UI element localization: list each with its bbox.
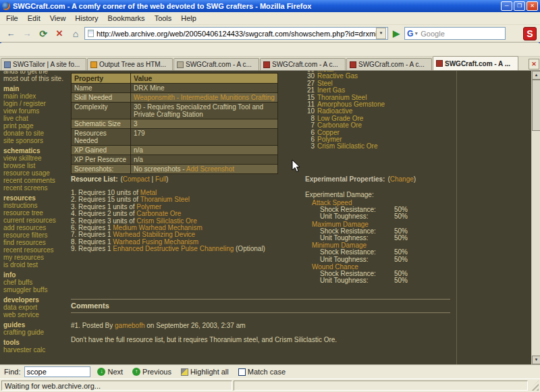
find-previous-button[interactable]: ↑Previous: [130, 367, 174, 376]
sidebar-item[interactable]: instructions: [3, 202, 69, 209]
sidebar-item[interactable]: main index: [3, 92, 69, 100]
sidebar-item[interactable]: recent screens: [3, 184, 69, 192]
stop-button[interactable]: ✕: [52, 27, 67, 40]
resource-item-link[interactable]: Warhead Stabilizing Device: [113, 231, 195, 238]
tab[interactable]: SWGCraft.com - A ...: [433, 56, 518, 70]
sidebar-item[interactable]: view forums: [3, 107, 69, 115]
resource-total-link[interactable]: Polymer: [317, 136, 342, 143]
match-case-checkbox[interactable]: Match case: [236, 367, 288, 376]
compact-link[interactable]: Compact: [123, 175, 150, 183]
menu-item[interactable]: Edit: [23, 13, 45, 24]
reload-button[interactable]: ⟳: [36, 27, 51, 40]
resource-total-link[interactable]: Steel: [317, 80, 333, 87]
resource-total-link[interactable]: Copper: [317, 129, 340, 136]
url-dropdown-icon[interactable]: ▼: [376, 28, 386, 39]
find-label: Find:: [4, 368, 20, 376]
resource-total-link[interactable]: Low Grade Ore: [317, 115, 363, 122]
menu-item[interactable]: Tools: [150, 13, 177, 24]
tab[interactable]: SWGCraft.com - A c...: [173, 58, 259, 70]
search-engine-dropdown-icon[interactable]: ▼: [414, 31, 418, 36]
sidebar-item[interactable]: live chat: [3, 115, 69, 122]
maximize-button[interactable]: ❒: [514, 1, 525, 11]
resource-item-link[interactable]: Crism Siliclastic Ore: [136, 217, 196, 225]
home-button[interactable]: ⌂: [68, 27, 83, 40]
sidebar-item[interactable]: harvester calc: [3, 346, 69, 354]
value-link[interactable]: Weaponsmith - Intermediate Munitions Cra…: [134, 94, 275, 101]
sidebar-item[interactable]: recent resources: [3, 246, 69, 254]
scroll-down-icon[interactable]: ▼: [532, 356, 540, 364]
sidebar-item[interactable]: add resources: [3, 224, 69, 231]
forward-button[interactable]: →: [20, 27, 34, 40]
scroll-up-icon[interactable]: ▲: [532, 71, 540, 80]
go-button[interactable]: ▶: [389, 27, 403, 40]
sidebar-item[interactable]: is droid test: [3, 261, 69, 269]
sidebar-item[interactable]: login / register: [3, 100, 69, 107]
tab-favicon: [263, 61, 270, 68]
sidebar-item[interactable]: web service: [3, 311, 69, 318]
scrollbar-thumb[interactable]: [532, 80, 540, 131]
back-button[interactable]: ←: [3, 27, 18, 40]
minimize-button[interactable]: ─: [501, 1, 512, 11]
tab[interactable]: Output Tree as HTM...: [87, 58, 173, 70]
sidebar-item[interactable]: resource tree: [3, 209, 69, 217]
value-link[interactable]: Add Screenshot: [186, 165, 234, 173]
s-extension-icon[interactable]: S: [523, 27, 537, 40]
sidebar-item-label: view skilltree: [3, 155, 42, 162]
menu-item[interactable]: Bookmarks: [103, 13, 150, 24]
comment-author-link[interactable]: gamebofh: [115, 322, 144, 329]
resource-item-link[interactable]: Enhanced Destructive Pulse Channeling: [113, 245, 234, 252]
url-input[interactable]: [97, 30, 376, 38]
value-cell: No screenshots - Add Screenshot: [131, 165, 278, 174]
sidebar-item[interactable]: browse list: [3, 162, 69, 169]
sidebar-item[interactable]: view skilltree: [3, 155, 69, 162]
sidebar-item[interactable]: resource usage: [3, 169, 69, 177]
menu-item[interactable]: History: [70, 13, 103, 24]
sidebar-item[interactable]: recent comments: [3, 177, 69, 184]
find-input[interactable]: [24, 366, 90, 377]
sidebar-item[interactable]: print page: [3, 122, 69, 130]
sidebar-item[interactable]: smuggler buffs: [3, 286, 69, 293]
change-link[interactable]: Change: [390, 175, 414, 183]
sidebar-item[interactable]: site sponsors: [3, 137, 69, 144]
checkbox-icon[interactable]: [238, 368, 246, 376]
menu-item[interactable]: View: [45, 13, 71, 24]
resource-item-link[interactable]: Polymer: [136, 203, 161, 211]
sidebar-item[interactable]: data export: [3, 304, 69, 311]
resource-item-link[interactable]: Thoranium Steel: [140, 196, 190, 203]
firefox-icon: [2, 2, 10, 10]
menu-item[interactable]: File: [1, 13, 23, 24]
tab[interactable]: SWGCraft.com - A c...: [346, 58, 432, 70]
close-button[interactable]: ✕: [526, 1, 538, 11]
sidebar-item[interactable]: donate to site: [3, 130, 69, 137]
sidebar-item[interactable]: chef buffs: [3, 279, 69, 286]
resource-total-link[interactable]: Inert Gas: [317, 86, 345, 94]
resource-item-link[interactable]: Carbonate Ore: [136, 210, 181, 217]
resource-total-link[interactable]: Radioactive: [317, 107, 352, 115]
tab[interactable]: SWGCraft.com - A c...: [260, 58, 346, 70]
full-link[interactable]: Full: [155, 175, 166, 183]
resource-total-link[interactable]: Crism Siliclastic Ore: [317, 142, 377, 150]
sidebar-item[interactable]: resource filters: [3, 231, 69, 239]
tab-close-button[interactable]: ✕: [529, 59, 539, 69]
resource-total-link[interactable]: Amorphous Gemstone: [317, 101, 385, 108]
sidebar-item[interactable]: find resources: [3, 239, 69, 246]
url-bar[interactable]: ▼: [84, 27, 388, 40]
search-input[interactable]: [421, 30, 516, 38]
resource-total-link[interactable]: Thoranium Steel: [317, 94, 367, 101]
sidebar-item[interactable]: current resources: [3, 217, 69, 224]
resource-total-link[interactable]: Carbonate Ore: [317, 121, 362, 129]
resource-total-link[interactable]: Reactive Gas: [317, 72, 358, 80]
resource-item-link[interactable]: Warhead Fusing Mechanism: [113, 238, 198, 246]
highlight-all-button[interactable]: Highlight all: [178, 367, 232, 376]
tab[interactable]: SWGTailor | A site fo...: [1, 58, 86, 70]
sidebar-item[interactable]: my resources: [3, 254, 69, 261]
sidebar-item[interactable]: crafting guide: [3, 329, 69, 336]
resource-total-count: 3: [305, 143, 315, 150]
resource-item-link[interactable]: Metal: [140, 189, 157, 196]
menu-item[interactable]: Help: [176, 13, 201, 24]
find-next-button[interactable]: ↓Next: [94, 367, 126, 376]
vertical-scrollbar[interactable]: ▲ ▼: [531, 71, 540, 364]
resize-grip[interactable]: [529, 381, 539, 391]
resource-item-link[interactable]: Medium Warhead Mechanism: [113, 224, 202, 231]
search-box[interactable]: G ▼: [404, 27, 506, 40]
